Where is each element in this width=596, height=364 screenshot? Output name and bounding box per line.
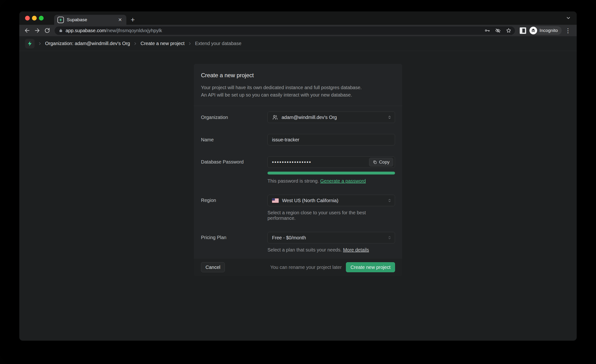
password-strength-bar [268, 172, 395, 174]
side-panel-icon[interactable] [520, 27, 526, 34]
browser-tab-supabase[interactable]: Supabase ✕ [54, 15, 126, 25]
password-label: Database Password [201, 159, 268, 165]
generate-password-link[interactable]: Generate a password [320, 178, 366, 184]
url-text[interactable]: app.supabase.com/new/jfnsmqoynldvxjyhpyl… [66, 28, 482, 33]
tab-close-icon[interactable]: ✕ [117, 17, 123, 23]
name-label: Name [201, 137, 268, 142]
region-value: West US (North California) [282, 198, 390, 203]
region-block: West US (North California) Select a regi… [268, 195, 395, 221]
card-header: Create a new project Your project will h… [194, 64, 402, 106]
tab-strip: Supabase ✕ + [19, 11, 577, 25]
select-chevrons-icon [387, 115, 392, 120]
url-domain: app.supabase.com [66, 28, 106, 33]
maximize-window-button[interactable] [39, 16, 44, 21]
copy-label: Copy [379, 159, 389, 165]
create-new-project-button[interactable]: Create new project [346, 262, 395, 272]
region-row: Region West US (North California) Select… [194, 189, 402, 226]
minimize-window-button[interactable] [32, 16, 37, 21]
browser-window: Supabase ✕ + app.supabase.com/new/jfnsmq… [19, 11, 577, 341]
lock-icon [58, 28, 63, 33]
select-chevrons-icon [387, 198, 392, 203]
us-flag-icon [272, 198, 279, 203]
browser-toolbar: app.supabase.com/new/jfnsmqoynldvxjyhpyl… [19, 25, 577, 36]
supabase-logo-icon[interactable] [25, 39, 35, 48]
pricing-helper-text: Select a plan that suits your needs. [268, 247, 342, 253]
more-details-link[interactable]: More details [343, 247, 369, 253]
card-footer: Cancel You can rename your project later… [194, 258, 402, 276]
region-select[interactable]: West US (North California) [268, 195, 395, 206]
page-title: Create a new project [201, 72, 395, 79]
close-window-button[interactable] [25, 16, 30, 21]
description-line-1: Your project will have its own dedicated… [201, 84, 395, 91]
pricing-value: Free - $0/month [272, 235, 390, 240]
breadcrumb-item-extend-database: Extend your database [195, 41, 241, 46]
rename-note: You can rename your project later [270, 265, 342, 270]
region-helper: Select a region close to your users for … [268, 210, 395, 221]
new-tab-icon[interactable]: + [131, 16, 135, 23]
description-line-2: An API will be set up so you can easily … [201, 91, 395, 99]
reload-icon[interactable] [43, 26, 52, 35]
address-bar[interactable]: app.supabase.com/new/jfnsmqoynldvxjyhpyl… [55, 26, 515, 35]
supabase-favicon-icon [58, 17, 64, 23]
supabase-page: Organization: adam@windmill.dev's Org Cr… [19, 36, 577, 326]
pricing-helper: Select a plan that suits your needs. Mor… [268, 247, 395, 253]
incognito-badge: Incognito [529, 26, 562, 35]
breadcrumb-chevron-icon [38, 42, 42, 45]
incognito-label: Incognito [539, 28, 558, 33]
pricing-block: Free - $0/month Select a plan that suits… [268, 232, 395, 253]
organization-value: adam@windmill.dev's Org [282, 115, 390, 120]
breadcrumb-item-create-project[interactable]: Create a new project [141, 41, 185, 46]
copy-password-button[interactable]: Copy [369, 158, 393, 166]
breadcrumb: Organization: adam@windmill.dev's Org Cr… [19, 36, 577, 51]
region-label: Region [201, 198, 268, 203]
password-row: Database Password Copy This password is … [194, 151, 402, 189]
browser-menu-icon[interactable]: ⋮ [563, 27, 573, 34]
url-path: /new/jfnsmqoynldvxjyhpylk [106, 28, 162, 33]
create-project-card: Create a new project Your project will h… [194, 64, 402, 276]
forward-icon[interactable] [33, 26, 42, 35]
window-controls [25, 11, 44, 25]
card-description: Your project will have its own dedicated… [201, 84, 395, 99]
pricing-row: Pricing Plan Free - $0/month Select a pl… [194, 226, 402, 258]
incognito-icon [529, 27, 537, 34]
organization-select[interactable]: adam@windmill.dev's Org [268, 111, 395, 123]
pricing-select[interactable]: Free - $0/month [268, 232, 395, 243]
password-key-icon[interactable] [484, 28, 490, 33]
back-icon[interactable] [23, 26, 32, 35]
bookmark-star-icon[interactable] [506, 28, 512, 34]
select-chevrons-icon [387, 235, 392, 240]
password-block: Copy This password is strong. Generate a… [268, 156, 395, 184]
breadcrumb-chevron-icon [188, 42, 192, 45]
tab-search-chevron-icon[interactable] [566, 15, 571, 21]
breadcrumb-chevron-icon [133, 42, 137, 45]
copy-icon [372, 160, 377, 164]
password-helper: This password is strong. Generate a pass… [268, 178, 395, 184]
tab-title: Supabase [67, 17, 114, 22]
name-row: Name [194, 128, 402, 151]
breadcrumb-item-organization[interactable]: Organization: adam@windmill.dev's Org [45, 41, 130, 46]
users-icon [272, 114, 278, 120]
organization-row: Organization adam@windmill.dev's Org [194, 106, 402, 128]
cancel-button[interactable]: Cancel [201, 262, 225, 272]
eye-off-icon[interactable] [495, 28, 501, 34]
password-strength-text: This password is strong. [268, 178, 319, 184]
pricing-label: Pricing Plan [201, 235, 268, 240]
project-name-input[interactable] [268, 134, 395, 145]
organization-label: Organization [201, 115, 268, 120]
